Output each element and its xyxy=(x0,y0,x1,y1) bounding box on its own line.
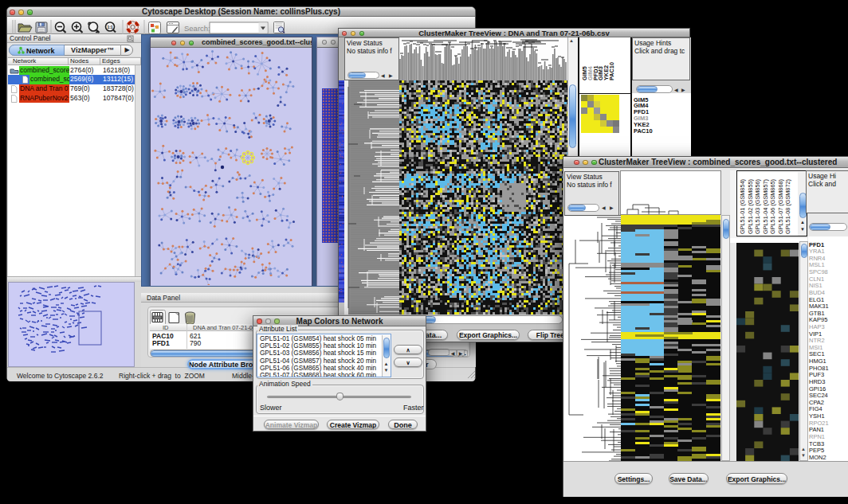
svg-text:GPL51-04 (GSM857): GPL51-04 (GSM857) xyxy=(762,179,769,234)
svg-text:PAC10: PAC10 xyxy=(608,62,615,80)
svg-text:Search:: Search: xyxy=(184,24,210,33)
svg-text:GPL51-03 (GSM856): GPL51-03 (GSM856) xyxy=(754,179,761,234)
svg-text:GPL51-06 (GSM865): GPL51-06 (GSM865) xyxy=(769,179,776,234)
svg-text:GPL51-08 (GSM872): GPL51-08 (GSM872) xyxy=(784,179,791,234)
svg-text:GPL51-01 (GSM854): GPL51-01 (GSM854) xyxy=(739,179,746,234)
svg-text:GPL51-02 (GSM855): GPL51-02 (GSM855) xyxy=(747,179,754,234)
svg-text:1:1: 1:1 xyxy=(107,25,112,29)
svg-text:GPL51-07 (GSM868): GPL51-07 (GSM868) xyxy=(777,179,784,234)
